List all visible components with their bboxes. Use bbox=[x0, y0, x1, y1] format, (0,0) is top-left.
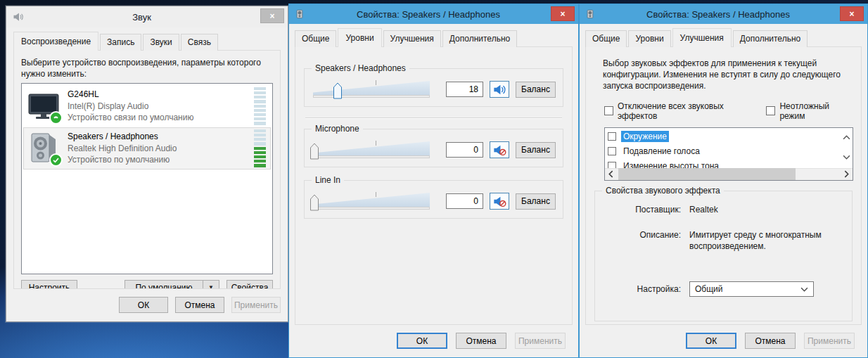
effect-properties-group: Свойства звукового эффекта Поставщик: Re… bbox=[594, 191, 853, 321]
close-icon[interactable]: × bbox=[551, 6, 575, 21]
levels-dialog-titlebar: Свойства: Speakers / Headphones × bbox=[289, 4, 578, 24]
device-status: Устройство связи по умолчанию bbox=[68, 112, 254, 123]
group-label: Line In bbox=[312, 175, 344, 185]
apply-button: Применить bbox=[231, 297, 281, 313]
separator bbox=[305, 117, 562, 119]
tab-enhancements[interactable]: Улучшения bbox=[383, 30, 441, 47]
tab-sounds[interactable]: Звуки bbox=[143, 34, 179, 51]
speaker-muted-icon[interactable] bbox=[490, 193, 509, 210]
enhancements-dialog-window: Свойства: Speakers / Headphones × Общие … bbox=[579, 4, 868, 358]
device-name: G246HL bbox=[68, 89, 254, 100]
checkbox-icon[interactable] bbox=[608, 147, 616, 155]
slider-thumb[interactable] bbox=[310, 143, 319, 160]
tab-general[interactable]: Общие bbox=[585, 30, 627, 47]
effect-item-voice-cancellation[interactable]: Подавление голоса bbox=[608, 144, 841, 159]
linein-volume-slider[interactable] bbox=[312, 191, 440, 212]
sound-dialog-window: Звук × Воспроизведение Запись Звуки Связ… bbox=[6, 6, 288, 322]
effect-item-pitch-shift[interactable]: Изменение высоты тона bbox=[608, 159, 841, 168]
enhancements-dialog-footer: ОК Отмена Применить bbox=[580, 325, 867, 357]
microphone-volume-slider[interactable] bbox=[312, 139, 440, 160]
tab-general[interactable]: Общие bbox=[295, 30, 336, 47]
speaker-muted-icon[interactable] bbox=[490, 141, 509, 158]
check-badge-icon bbox=[49, 153, 63, 167]
enhancements-checkbox-row: Отключение всех звуковых эффектов Неотло… bbox=[604, 101, 847, 121]
instruction-text: Выберите устройство воспроизведения, пар… bbox=[21, 58, 281, 80]
monitor-icon bbox=[27, 89, 60, 123]
scroll-down-icon[interactable] bbox=[841, 151, 853, 163]
ok-button[interactable]: ОК bbox=[119, 297, 168, 313]
cancel-button[interactable]: Отмена bbox=[745, 333, 796, 349]
device-name: Speakers / Headphones bbox=[68, 131, 254, 142]
microphone-level-group: Microphone Баланс bbox=[304, 129, 563, 167]
set-default-button[interactable]: По умолчанию bbox=[125, 280, 203, 289]
playback-tab-panel: Выберите устройство воспроизведения, пар… bbox=[13, 50, 281, 289]
effects-horizontal-scrollbar[interactable] bbox=[605, 168, 853, 180]
scroll-right-icon[interactable] bbox=[841, 168, 853, 180]
sound-dialog-titlebar: Звук × bbox=[6, 6, 288, 27]
tab-advanced[interactable]: Дополнительно bbox=[733, 30, 808, 47]
set-default-dropdown-icon[interactable]: ▼ bbox=[203, 280, 219, 289]
enhancements-tabstrip: Общие Уровни Улучшения Дополнительно bbox=[580, 24, 867, 47]
checkbox-icon[interactable] bbox=[608, 132, 616, 141]
enhancements-dialog-titlebar: Свойства: Speakers / Headphones × bbox=[580, 4, 867, 24]
effects-vertical-scrollbar[interactable] bbox=[841, 128, 853, 168]
speaker-icon bbox=[585, 8, 596, 20]
setting-dropdown[interactable]: Общий bbox=[689, 281, 814, 297]
speakers-volume-slider[interactable] bbox=[312, 79, 440, 100]
speaker-device-icon bbox=[27, 132, 60, 165]
scroll-up-icon[interactable] bbox=[841, 132, 853, 143]
device-status: Устройство по умолчанию bbox=[68, 154, 254, 165]
slider-thumb[interactable] bbox=[310, 194, 319, 211]
device-properties-button[interactable]: Свойства bbox=[226, 280, 273, 289]
tab-advanced[interactable]: Дополнительно bbox=[442, 30, 517, 47]
speakers-volume-value[interactable] bbox=[446, 82, 483, 97]
configure-button[interactable]: Настроить bbox=[21, 280, 77, 289]
tab-communications[interactable]: Связь bbox=[181, 34, 218, 51]
window-title: Свойства: Speakers / Headphones bbox=[306, 9, 551, 20]
device-actions: Настроить По умолчанию ▼ Свойства bbox=[21, 280, 273, 289]
window-title: Свойства: Speakers / Headphones bbox=[596, 9, 840, 20]
ok-button[interactable]: ОК bbox=[686, 333, 736, 349]
device-row-speakers[interactable]: Speakers / Headphones Realtek High Defin… bbox=[23, 127, 271, 170]
speaker-unmuted-icon[interactable] bbox=[490, 81, 509, 98]
linein-balance-button[interactable]: Баланс bbox=[516, 193, 556, 210]
immediate-mode-checkbox[interactable]: Неотложный режим bbox=[766, 101, 847, 121]
levels-tab-panel: Speakers / Headphones Баланс bbox=[295, 46, 573, 325]
device-row-g246hl[interactable]: G246HL Intel(R) Display Audio Устройство… bbox=[23, 85, 271, 127]
tab-recording[interactable]: Запись bbox=[100, 34, 141, 51]
checkbox-icon[interactable] bbox=[604, 106, 613, 115]
enhancements-description: Выбор звуковых эффектов для применения к… bbox=[603, 58, 850, 92]
enhancements-tab-panel: Выбор звуковых эффектов для применения к… bbox=[585, 46, 862, 325]
tab-levels[interactable]: Уровни bbox=[628, 30, 670, 47]
checkbox-icon[interactable] bbox=[766, 106, 775, 115]
window-title: Звук bbox=[23, 12, 260, 23]
cancel-button[interactable]: Отмена bbox=[175, 297, 224, 313]
group-label: Свойства звукового эффекта bbox=[602, 186, 724, 196]
tab-enhancements[interactable]: Улучшения bbox=[672, 28, 732, 47]
scrollbar-thumb[interactable] bbox=[618, 168, 796, 180]
slider-thumb[interactable] bbox=[333, 82, 342, 99]
provider-value: Realtek bbox=[689, 204, 845, 215]
device-driver: Realtek High Definition Audio bbox=[68, 143, 254, 154]
close-icon[interactable]: × bbox=[260, 8, 284, 23]
volume-meter bbox=[254, 129, 266, 167]
description-value: Имитирует среду с многократным воспроизв… bbox=[689, 229, 838, 252]
cancel-button[interactable]: Отмена bbox=[456, 333, 506, 349]
effect-item-environment[interactable]: Окружение bbox=[608, 129, 841, 144]
linein-volume-value[interactable] bbox=[446, 193, 483, 209]
ok-button[interactable]: ОК bbox=[397, 333, 447, 349]
microphone-balance-button[interactable]: Баланс bbox=[516, 142, 556, 158]
tab-playback[interactable]: Воспроизведение bbox=[13, 32, 98, 51]
checkbox-icon[interactable] bbox=[608, 162, 616, 168]
disable-all-effects-checkbox[interactable]: Отключение всех звуковых эффектов bbox=[604, 101, 748, 121]
speakers-level-group: Speakers / Headphones Баланс bbox=[304, 68, 563, 107]
apply-button: Применить bbox=[515, 333, 566, 349]
tab-levels[interactable]: Уровни bbox=[338, 28, 381, 47]
speakers-balance-button[interactable]: Баланс bbox=[516, 82, 556, 98]
microphone-volume-value[interactable] bbox=[446, 142, 483, 158]
apply-button: Применить bbox=[804, 333, 855, 349]
scroll-left-icon[interactable] bbox=[605, 168, 617, 180]
chevron-down-icon bbox=[800, 287, 808, 292]
close-icon[interactable]: × bbox=[840, 6, 864, 21]
speaker-icon bbox=[12, 11, 23, 23]
